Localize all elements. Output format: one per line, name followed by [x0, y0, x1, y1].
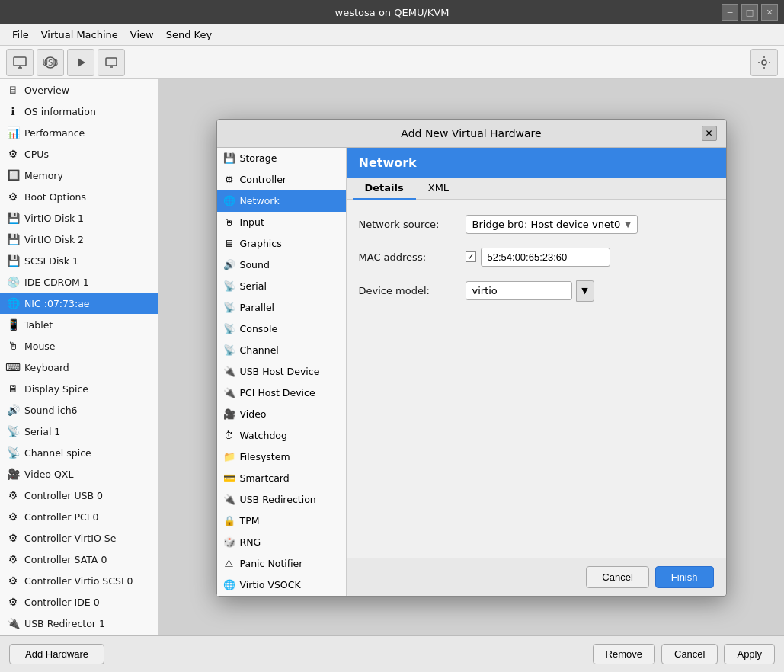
sidebar-item-keyboard[interactable]: ⌨ Keyboard — [0, 357, 158, 378]
sidebar-item-virtio-disk-1[interactable]: 💾 VirtIO Disk 1 — [0, 207, 158, 229]
bottom-right: Remove Cancel Apply — [593, 644, 775, 664]
sidebar-item-controller-virtio-scsi[interactable]: ⚙ Controller Virtio SCSI 0 — [0, 570, 158, 591]
sidebar-item-usb-redirector-1[interactable]: 🔌 USB Redirector 1 — [0, 613, 158, 634]
dialog-list-panic-notifier[interactable]: ⚠ Panic Notifier — [217, 553, 346, 574]
dialog-close-button[interactable]: ✕ — [702, 126, 717, 141]
sidebar-item-tablet[interactable]: 📱 Tablet — [0, 314, 158, 335]
toolbar-play-button[interactable] — [67, 49, 94, 76]
toolbar-settings-button[interactable] — [750, 49, 778, 76]
usb-redirection-icon: 🔌 — [223, 494, 235, 506]
sidebar-item-controller-usb-0[interactable]: ⚙ Controller USB 0 — [0, 485, 158, 506]
mac-address-checkbox[interactable]: ✓ — [466, 251, 476, 262]
remove-button[interactable]: Remove — [593, 644, 655, 664]
sidebar-item-cpus[interactable]: ⚙ CPUs — [0, 143, 158, 165]
dialog-cancel-button[interactable]: Cancel — [586, 566, 648, 588]
dialog-list-rng[interactable]: 🎲 RNG — [217, 532, 346, 553]
dialog-list-console[interactable]: 📡 Console — [217, 318, 346, 340]
dialog-list-virtio-vsock[interactable]: 🌐 Virtio VSOCK — [217, 574, 346, 596]
sidebar-label-controller-usb-0: Controller USB 0 — [24, 490, 103, 501]
maximize-button[interactable]: □ — [741, 4, 758, 21]
dialog-list-label-video: Video — [240, 408, 267, 420]
dialog-list-label-panic-notifier: Panic Notifier — [240, 558, 303, 569]
dialog-list-controller[interactable]: ⚙ Controller — [217, 169, 346, 190]
sidebar-label-virtio-disk-2: VirtIO Disk 2 — [24, 234, 84, 245]
network-source-select[interactable]: Bridge br0: Host device vnet0 ▼ — [466, 215, 638, 234]
dialog-overlay: Add New Virtual Hardware ✕ 💾 Storage ⚙ C… — [158, 79, 784, 635]
sidebar-item-nic[interactable]: 🌐 NIC :07:73:ae — [0, 293, 158, 314]
sidebar-item-video-qxl[interactable]: 🎥 Video QXL — [0, 463, 158, 485]
sidebar-item-memory[interactable]: 🔲 Memory — [0, 165, 158, 186]
device-model-select[interactable]: virtio — [466, 281, 572, 300]
dialog-list-input[interactable]: 🖱 Input — [217, 212, 346, 233]
sidebar-item-sound-ich6[interactable]: 🔊 Sound ich6 — [0, 399, 158, 421]
sidebar-item-boot-options[interactable]: ⚙ Boot Options — [0, 186, 158, 207]
dialog-list-watchdog[interactable]: ⏱ Watchdog — [217, 425, 346, 446]
apply-button[interactable]: Apply — [724, 644, 775, 664]
dialog-list-video[interactable]: 🎥 Video — [217, 404, 346, 425]
dialog-list-label-rng: RNG — [240, 536, 261, 548]
network-source-arrow: ▼ — [625, 220, 631, 229]
controller-virtio-se-icon: ⚙ — [6, 531, 20, 545]
sidebar-item-performance[interactable]: 📊 Performance — [0, 122, 158, 143]
cancel-button[interactable]: Cancel — [661, 644, 718, 664]
menu-file[interactable]: File — [6, 27, 35, 43]
tab-details[interactable]: Details — [353, 178, 416, 200]
sidebar-item-overview[interactable]: 🖥 Overview — [0, 79, 158, 101]
sidebar-item-controller-sata-0[interactable]: ⚙ Controller SATA 0 — [0, 549, 158, 570]
mac-address-control: ✓ — [466, 248, 610, 267]
menu-send-key[interactable]: Send Key — [160, 27, 218, 43]
sidebar-item-mouse[interactable]: 🖱 Mouse — [0, 335, 158, 357]
sidebar-item-virtio-disk-2[interactable]: 💾 VirtIO Disk 2 — [0, 229, 158, 250]
sidebar-item-controller-virtio-se[interactable]: ⚙ Controller VirtIO Se — [0, 527, 158, 549]
tab-xml[interactable]: XML — [416, 178, 461, 200]
dialog-list-sound[interactable]: 🔊 Sound — [217, 254, 346, 276]
dialog-list-serial[interactable]: 📡 Serial — [217, 276, 346, 297]
menu-virtual-machine[interactable]: Virtual Machine — [35, 27, 124, 43]
sidebar-item-scsi-disk-1[interactable]: 💾 SCSI Disk 1 — [0, 250, 158, 271]
dialog-list-smartcard[interactable]: 💳 Smartcard — [217, 468, 346, 489]
toolbar-monitor-button[interactable] — [6, 49, 34, 76]
device-model-dropdown-btn[interactable]: ▼ — [576, 280, 594, 302]
sidebar-item-channel-spice[interactable]: 📡 Channel spice — [0, 442, 158, 463]
dialog-list-filesystem[interactable]: 📁 Filesystem — [217, 446, 346, 468]
dialog-body: 💾 Storage ⚙ Controller 🌐 Network 🖱 — [217, 148, 726, 596]
dialog-list-storage[interactable]: 💾 Storage — [217, 148, 346, 169]
menu-view[interactable]: View — [124, 27, 160, 43]
dialog-list-pci-host-device[interactable]: 🔌 PCI Host Device — [217, 382, 346, 404]
play-icon — [73, 55, 88, 70]
close-button[interactable]: ✕ — [761, 4, 778, 21]
settings-icon — [757, 55, 772, 70]
toolbar-usb-button[interactable]: USB — [37, 49, 64, 76]
sidebar-item-usb-redirector-2[interactable]: 🔌 USB Redirector 2 — [0, 634, 158, 635]
dialog-list-channel[interactable]: 📡 Channel — [217, 340, 346, 361]
sidebar-item-ide-cdrom-1[interactable]: 💿 IDE CDROM 1 — [0, 271, 158, 293]
video-qxl-icon: 🎥 — [6, 467, 20, 481]
dialog-list-tpm[interactable]: 🔒 TPM — [217, 510, 346, 532]
dialog-finish-button[interactable]: Finish — [655, 566, 714, 588]
minimize-button[interactable]: − — [722, 4, 738, 21]
dialog-list-usb-redirection[interactable]: 🔌 USB Redirection — [217, 489, 346, 510]
mac-address-row: MAC address: ✓ — [359, 248, 714, 267]
sidebar-item-display-spice[interactable]: 🖥 Display Spice — [0, 378, 158, 399]
dialog-list-parallel[interactable]: 📡 Parallel — [217, 297, 346, 318]
sidebar: 🖥 Overview ℹ OS information 📊 Performanc… — [0, 79, 158, 635]
main-layout: 🖥 Overview ℹ OS information 📊 Performanc… — [0, 79, 784, 635]
svg-marker-5 — [78, 58, 85, 67]
sidebar-item-controller-pci-0[interactable]: ⚙ Controller PCI 0 — [0, 506, 158, 527]
sidebar-item-os-info[interactable]: ℹ OS information — [0, 101, 158, 122]
add-hardware-button[interactable]: Add Hardware — [9, 644, 104, 664]
mac-address-input[interactable] — [481, 248, 610, 267]
dialog-list-usb-host-device[interactable]: 🔌 USB Host Device — [217, 361, 346, 382]
mouse-icon: 🖱 — [6, 339, 20, 353]
dialog-list-network[interactable]: 🌐 Network — [217, 190, 346, 212]
toolbar-display-button[interactable] — [98, 49, 125, 76]
channel-spice-icon: 📡 — [6, 446, 20, 459]
sidebar-item-serial-1[interactable]: 📡 Serial 1 — [0, 421, 158, 442]
sidebar-item-controller-ide-0[interactable]: ⚙ Controller IDE 0 — [0, 591, 158, 613]
svg-text:USB: USB — [43, 59, 58, 67]
dialog-section-title: Network — [359, 155, 417, 170]
ide-cdrom-1-icon: 💿 — [6, 275, 20, 289]
sidebar-label-mouse: Mouse — [24, 341, 56, 352]
sidebar-label-controller-sata-0: Controller SATA 0 — [24, 554, 107, 565]
dialog-list-graphics[interactable]: 🖥 Graphics — [217, 233, 346, 254]
